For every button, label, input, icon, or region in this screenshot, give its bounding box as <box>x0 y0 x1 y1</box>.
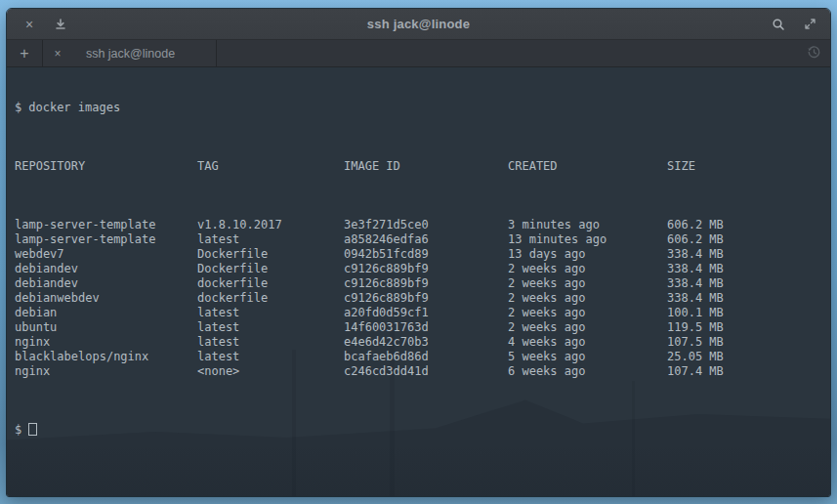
tab-ssh-session[interactable]: × ssh jack@linode <box>43 40 217 66</box>
cell-size: 119.5 MB <box>667 320 830 335</box>
cell-repository: ubuntu <box>15 320 197 335</box>
close-icon: × <box>54 47 61 61</box>
cell-tag: Dockerfile <box>197 262 344 276</box>
cell-repository: nginx <box>15 335 197 350</box>
cell-repository: blacklabelops/nginx <box>15 350 197 364</box>
close-icon: × <box>25 18 33 31</box>
command-text: docker images <box>28 101 120 115</box>
download-icon <box>55 19 66 30</box>
tab-label: ssh jack@linode <box>70 47 216 61</box>
prompt-symbol: $ <box>15 101 21 115</box>
titlebar-left-controls: × <box>7 14 144 35</box>
tab-close-button[interactable]: × <box>45 47 70 61</box>
cell-tag: latest <box>197 306 344 320</box>
cell-size: 338.4 MB <box>667 262 830 276</box>
command-line: $docker images <box>15 101 830 115</box>
column-header-created: CREATED <box>508 159 667 174</box>
cell-image-id: 14f60031763d <box>344 320 508 335</box>
cell-image-id: c9126c889bf9 <box>344 276 508 291</box>
download-button[interactable] <box>50 14 71 35</box>
cell-size: 606.2 MB <box>667 218 830 232</box>
cell-created: 5 weeks ago <box>508 350 667 364</box>
prompt-symbol: $ <box>15 423 21 438</box>
plus-icon: + <box>20 45 28 63</box>
column-header-tag: TAG <box>197 159 344 174</box>
search-icon <box>772 18 785 31</box>
cell-image-id: e4e6d42c70b3 <box>344 335 508 350</box>
column-header-size: SIZE <box>667 159 830 174</box>
table-row: debianwebdevdockerfilec9126c889bf92 week… <box>15 291 830 306</box>
table-row: webdev7Dockerfile0942b51fcd8913 days ago… <box>15 247 830 262</box>
cell-tag: v1.8.10.2017 <box>197 218 344 232</box>
cell-size: 338.4 MB <box>667 291 830 306</box>
cell-repository: webdev7 <box>15 247 197 262</box>
cell-created: 2 weeks ago <box>508 276 667 291</box>
new-tab-button[interactable]: + <box>7 40 43 66</box>
cell-repository: lamp-server-template <box>15 232 197 247</box>
fullscreen-button[interactable] <box>799 14 820 35</box>
table-row: ubuntulatest14f60031763d2 weeks ago119.5… <box>15 320 830 335</box>
prompt-line: $ <box>15 423 830 438</box>
cell-tag: latest <box>197 350 344 364</box>
cell-repository: debiandev <box>15 276 197 291</box>
cell-created: 13 days ago <box>508 247 667 262</box>
cell-created: 2 weeks ago <box>508 306 667 320</box>
table-row: nginxlateste4e6d42c70b34 weeks ago107.5 … <box>15 335 830 350</box>
cell-repository: debianwebdev <box>15 291 197 306</box>
cell-created: 6 weeks ago <box>508 364 667 379</box>
cell-size: 100.1 MB <box>667 306 830 320</box>
table-row: nginx<none>c246cd3dd41d6 weeks ago107.4 … <box>15 364 830 379</box>
cell-created: 4 weeks ago <box>508 335 667 350</box>
cell-tag: Dockerfile <box>197 247 344 262</box>
cell-image-id: bcafaeb6d86d <box>344 350 508 364</box>
cell-repository: nginx <box>15 364 197 379</box>
cell-tag: dockerfile <box>197 276 344 291</box>
cell-image-id: a858246edfa6 <box>344 232 508 247</box>
terminal-cursor[interactable] <box>28 423 37 436</box>
tabbar: + × ssh jack@linode <box>7 40 830 67</box>
cell-image-id: c9126c889bf9 <box>344 262 508 276</box>
cell-repository: debiandev <box>15 262 197 276</box>
column-header-repository: REPOSITORY <box>15 159 197 174</box>
cell-size: 606.2 MB <box>667 232 830 247</box>
terminal-output: lamp-server-templatev1.8.10.20173e3f271d… <box>15 218 830 379</box>
table-row: debiandevdockerfilec9126c889bf92 weeks a… <box>15 276 830 291</box>
search-button[interactable] <box>768 14 789 35</box>
tabbar-spacer <box>217 40 797 66</box>
titlebar-right-controls <box>693 14 830 35</box>
cell-size: 338.4 MB <box>667 247 830 262</box>
expand-icon <box>804 18 816 30</box>
table-header-row: REPOSITORY TAG IMAGE ID CREATED SIZE <box>15 159 830 174</box>
table-row: debiandevDockerfilec9126c889bf92 weeks a… <box>15 262 830 276</box>
table-row: blacklabelops/nginxlatestbcafaeb6d86d5 w… <box>15 350 830 364</box>
cell-tag: latest <box>197 320 344 335</box>
column-header-image-id: IMAGE ID <box>344 159 508 174</box>
cell-tag: latest <box>197 232 344 247</box>
cell-repository: debian <box>15 306 197 320</box>
titlebar[interactable]: × ssh jack@linode <box>7 9 830 40</box>
cell-size: 107.5 MB <box>667 335 830 350</box>
cell-created: 13 minutes ago <box>508 232 667 247</box>
cell-repository: lamp-server-template <box>15 218 197 232</box>
terminal-screen[interactable]: $docker images REPOSITORY TAG IMAGE ID C… <box>7 67 830 496</box>
cell-created: 2 weeks ago <box>508 262 667 276</box>
cell-image-id: c246cd3dd41d <box>344 364 508 379</box>
cell-tag: <none> <box>197 364 344 379</box>
table-row: lamp-server-templatelatesta858246edfa613… <box>15 232 830 247</box>
terminal-window: × ssh jack@linode <box>6 8 831 497</box>
cell-image-id: a20fd0d59cf1 <box>344 306 508 320</box>
session-history-button[interactable] <box>797 40 830 66</box>
cell-tag: latest <box>197 335 344 350</box>
cell-created: 2 weeks ago <box>508 291 667 306</box>
cell-created: 3 minutes ago <box>508 218 667 232</box>
cell-tag: dockerfile <box>197 291 344 306</box>
cell-created: 2 weeks ago <box>508 320 667 335</box>
history-icon <box>807 45 821 63</box>
cell-size: 107.4 MB <box>667 364 830 379</box>
table-row: lamp-server-templatev1.8.10.20173e3f271d… <box>15 218 830 232</box>
cell-image-id: 0942b51fcd89 <box>344 247 508 262</box>
cell-image-id: c9126c889bf9 <box>344 291 508 306</box>
cell-size: 25.05 MB <box>667 350 830 364</box>
close-window-button[interactable]: × <box>19 14 40 35</box>
table-row: debianlatesta20fd0d59cf12 weeks ago100.1… <box>15 306 830 320</box>
